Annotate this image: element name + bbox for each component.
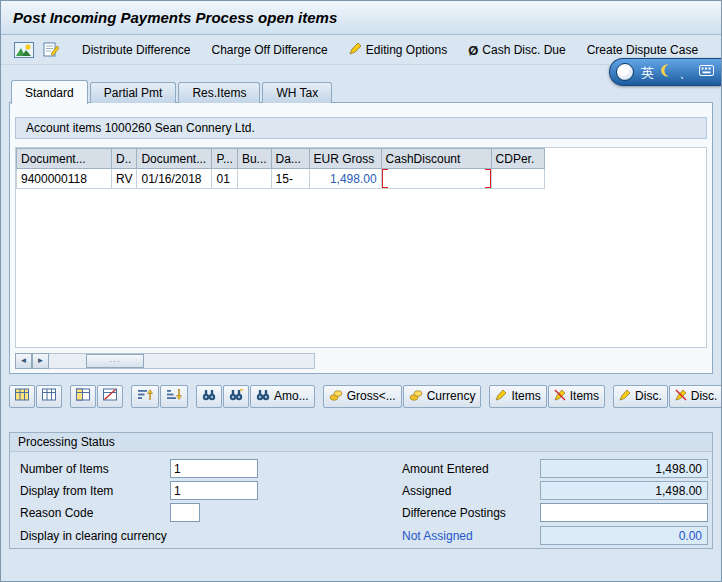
distribute-difference-button[interactable]: Distribute Difference bbox=[73, 40, 200, 60]
deactivate-cash-discount-button-label: Disc. bbox=[691, 389, 718, 403]
pencil-slash-icon bbox=[675, 389, 687, 404]
tab-content-standard: Account items 1000260 Sean Connery Ltd. … bbox=[9, 102, 713, 374]
slashed-o-icon: Ø bbox=[468, 43, 478, 58]
editing-options-label: Editing Options bbox=[366, 43, 447, 57]
coins-icon bbox=[409, 389, 423, 404]
cash-disc-due-button[interactable]: Ø Cash Disc. Due bbox=[459, 40, 575, 61]
gross-net-button[interactable]: Gross<... bbox=[323, 385, 402, 408]
number-of-items-label: Number of Items bbox=[20, 459, 109, 478]
pencil-icon bbox=[349, 42, 362, 58]
tab-partial-pmt-label: Partial Pmt bbox=[104, 86, 163, 100]
column-header-cash-discount[interactable]: CashDiscount bbox=[381, 149, 491, 169]
scrollbar-thumb[interactable]: ··· bbox=[86, 354, 144, 368]
sort-descending-icon bbox=[166, 388, 182, 404]
account-items-header: Account items 1000260 Sean Connery Ltd. bbox=[15, 117, 707, 139]
deactivate-items-button[interactable]: Items bbox=[548, 385, 605, 408]
select-all-button[interactable] bbox=[9, 385, 35, 408]
assigned-label: Assigned bbox=[402, 481, 451, 500]
open-items-table: Document... D.. Document... P... Bu... D… bbox=[16, 148, 545, 189]
ime-keyboard-icon[interactable] bbox=[699, 65, 714, 79]
column-header-eur-gross[interactable]: EUR Gross bbox=[309, 149, 381, 169]
tab-res-items[interactable]: Res.Items bbox=[178, 82, 260, 103]
tab-wh-tax[interactable]: WH Tax bbox=[262, 82, 332, 103]
not-assigned-label: Not Assigned bbox=[402, 526, 473, 545]
cell-eur-gross[interactable]: 1,498.00 bbox=[309, 169, 381, 189]
processing-status-group: Processing Status Number of Items Displa… bbox=[9, 432, 713, 549]
item-actions-toolbar: Amo... Gross<... Currency Items It bbox=[9, 383, 717, 409]
activate-cash-discount-button[interactable]: Disc. bbox=[613, 385, 668, 408]
display-from-item-field[interactable] bbox=[170, 481, 258, 500]
sort-ascending-icon bbox=[137, 388, 153, 404]
tab-partial-pmt[interactable]: Partial Pmt bbox=[90, 82, 177, 103]
tab-res-items-label: Res.Items bbox=[192, 86, 246, 100]
currency-button-label: Currency bbox=[427, 389, 476, 403]
amount-button[interactable]: Amo... bbox=[250, 385, 315, 408]
page-title: Post Incoming Payments Process open item… bbox=[13, 9, 337, 26]
amount-entered-label: Amount Entered bbox=[402, 459, 489, 478]
coins-icon bbox=[329, 389, 343, 404]
cell-document-number[interactable]: 9400000118 bbox=[17, 169, 112, 189]
cash-discount-cell[interactable] bbox=[381, 169, 491, 189]
column-header-document-type[interactable]: D.. bbox=[112, 149, 137, 169]
assigned-field: 1,498.00 bbox=[540, 481, 708, 500]
find-next-button[interactable] bbox=[223, 385, 249, 408]
ime-punctuation-mode-button[interactable]: 、 bbox=[679, 66, 692, 79]
charge-off-difference-label: Charge Off Difference bbox=[212, 43, 328, 57]
select-block-button[interactable] bbox=[70, 385, 96, 408]
difference-postings-field[interactable] bbox=[540, 503, 708, 522]
overview-icon[interactable] bbox=[11, 39, 36, 61]
ime-logo-icon[interactable] bbox=[616, 63, 634, 81]
column-header-days[interactable]: Da... bbox=[271, 149, 309, 169]
select-block-icon bbox=[76, 388, 90, 404]
currency-button[interactable]: Currency bbox=[403, 385, 482, 408]
ime-toolbar: 英 、 bbox=[609, 58, 721, 86]
cd-percent-cell[interactable] bbox=[491, 169, 544, 189]
column-header-business-area[interactable]: Bu... bbox=[237, 149, 271, 169]
not-assigned-field: 0.00 bbox=[540, 526, 708, 545]
scroll-right-icon[interactable]: ► bbox=[32, 353, 49, 369]
table-row: 9400000118 RV 01/16/2018 01 15- 1,498.00 bbox=[17, 169, 545, 189]
editing-options-button[interactable]: Editing Options bbox=[340, 39, 456, 61]
scroll-left-icon[interactable]: ◄ bbox=[15, 353, 32, 369]
distribute-difference-label: Distribute Difference bbox=[82, 43, 191, 57]
pencil-slash-icon bbox=[554, 389, 566, 404]
cash-disc-due-label: Cash Disc. Due bbox=[482, 43, 565, 57]
amount-button-label: Amo... bbox=[274, 389, 309, 403]
account-items-header-label: Account items 1000260 Sean Connery Ltd. bbox=[26, 121, 255, 135]
charge-off-difference-button[interactable]: Charge Off Difference bbox=[203, 40, 337, 60]
deselect-block-button[interactable] bbox=[97, 385, 123, 408]
column-header-posting-key[interactable]: P... bbox=[212, 149, 237, 169]
display-document-icon[interactable] bbox=[38, 39, 63, 61]
open-items-table-area: Document... D.. Document... P... Bu... D… bbox=[15, 147, 707, 348]
column-header-document-date[interactable]: Document... bbox=[137, 149, 212, 169]
find-button[interactable] bbox=[196, 385, 222, 408]
number-of-items-field[interactable] bbox=[170, 459, 258, 478]
difference-postings-label: Difference Postings bbox=[402, 503, 506, 522]
column-header-cd-percent[interactable]: CDPer. bbox=[491, 149, 544, 169]
cell-days: 15- bbox=[271, 169, 309, 189]
deselect-block-icon bbox=[103, 388, 117, 404]
pencil-icon bbox=[619, 389, 631, 404]
deselect-all-icon bbox=[42, 388, 56, 404]
ime-language-mode-button[interactable]: 英 bbox=[641, 66, 654, 79]
sort-ascending-button[interactable] bbox=[131, 385, 159, 408]
create-dispute-case-button[interactable]: Create Dispute Case bbox=[578, 40, 707, 60]
select-all-icon bbox=[15, 388, 29, 404]
scrollbar-track[interactable]: ··· bbox=[49, 353, 315, 369]
activate-items-button[interactable]: Items bbox=[489, 385, 546, 408]
activate-cash-discount-button-label: Disc. bbox=[635, 389, 662, 403]
amount-entered-field: 1,498.00 bbox=[540, 459, 708, 478]
activate-items-button-label: Items bbox=[511, 389, 540, 403]
reason-code-field[interactable] bbox=[170, 503, 200, 522]
processing-status-title: Processing Status bbox=[10, 433, 712, 452]
sort-descending-button[interactable] bbox=[160, 385, 188, 408]
deactivate-items-button-label: Items bbox=[570, 389, 599, 403]
cell-business-area bbox=[237, 169, 271, 189]
deselect-all-button[interactable] bbox=[36, 385, 62, 408]
ime-shape-mode-icon[interactable] bbox=[661, 64, 672, 80]
column-header-document-number[interactable]: Document... bbox=[17, 149, 112, 169]
binoculars-plus-icon bbox=[229, 389, 243, 404]
tab-strip: Standard Partial Pmt Res.Items WH Tax bbox=[11, 79, 334, 103]
deactivate-cash-discount-button[interactable]: Disc. bbox=[669, 385, 722, 408]
tab-standard[interactable]: Standard bbox=[11, 80, 88, 104]
